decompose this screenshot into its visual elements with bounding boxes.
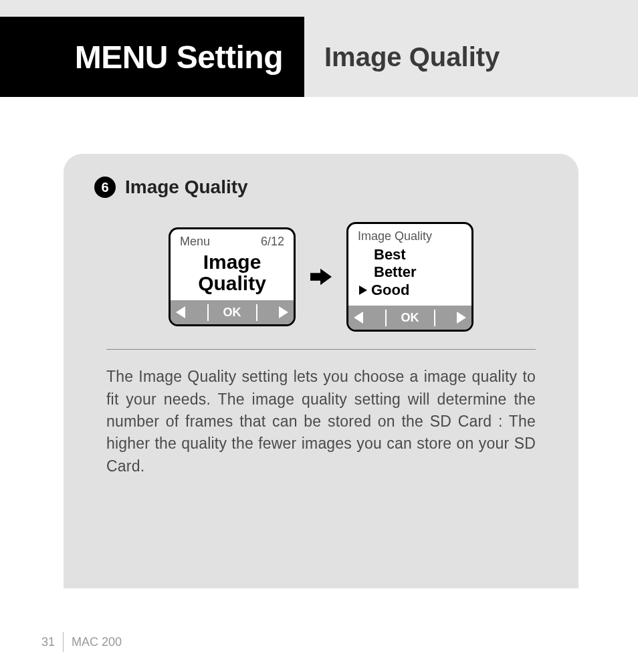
option-label: Best	[374, 246, 406, 263]
page-footer: 31 MAC 200	[41, 632, 122, 652]
lcd-option-better[interactable]: Better	[359, 263, 462, 281]
footer-divider	[63, 632, 64, 652]
lcd-menu-top: Menu 6/12 Image Quality	[171, 229, 294, 300]
lcd-menu-item: Image Quality	[180, 251, 284, 294]
svg-marker-0	[310, 269, 332, 285]
nav-right-icon[interactable]	[279, 306, 288, 318]
ok-button[interactable]: OK	[385, 310, 435, 326]
body-paragraph: The Image Quality setting lets you choos…	[106, 366, 536, 477]
lcd-menu-item-line2: Quality	[180, 273, 284, 294]
nav-left-icon[interactable]	[354, 312, 363, 324]
option-label: Better	[374, 263, 417, 281]
page-title: Image Quality	[324, 42, 500, 72]
lcd-option-good[interactable]: Good	[359, 282, 462, 299]
lcd-screen-menu: Menu 6/12 Image Quality OK	[169, 227, 296, 326]
nav-left-icon[interactable]	[176, 306, 185, 318]
option-label: Good	[371, 282, 409, 299]
header-band: MENU Setting Image Quality	[0, 0, 638, 97]
model-name: MAC 200	[72, 635, 122, 649]
page-number: 31	[41, 635, 63, 649]
screens-row: Menu 6/12 Image Quality OK	[106, 222, 536, 332]
lcd-quality-top: Image Quality Best Better Good	[348, 224, 471, 306]
lcd-quality-title: Image Quality	[358, 229, 462, 243]
ok-button[interactable]: OK	[207, 304, 257, 321]
lcd-menu-navbar: OK	[171, 300, 294, 324]
lcd-option-best[interactable]: Best	[359, 246, 462, 263]
lcd-screen-quality: Image Quality Best Better Good	[346, 222, 473, 332]
section-title: Image Quality	[125, 177, 248, 198]
lcd-menu-item-line1: Image	[180, 251, 284, 273]
section-number: 6	[101, 180, 108, 195]
chapter-title: MENU Setting	[75, 39, 283, 76]
header-black-block: MENU Setting	[0, 17, 304, 97]
lcd-menu-header: Menu 6/12	[180, 235, 284, 249]
nav-right-icon[interactable]	[457, 312, 466, 324]
header-subtitle-block: Image Quality	[324, 17, 500, 97]
section-number-badge: 6	[94, 177, 116, 198]
lcd-menu-page: 6/12	[261, 235, 284, 249]
selection-marker-icon	[359, 286, 367, 295]
section-divider	[106, 349, 536, 350]
arrow-right-icon	[310, 267, 332, 287]
lcd-menu-label: Menu	[180, 235, 210, 249]
lcd-quality-navbar: OK	[348, 306, 471, 330]
content-card: 6 Image Quality Menu 6/12 Image Quality …	[64, 154, 578, 588]
section-heading-row: 6 Image Quality	[94, 177, 536, 198]
lcd-quality-options: Best Better Good	[374, 246, 462, 299]
